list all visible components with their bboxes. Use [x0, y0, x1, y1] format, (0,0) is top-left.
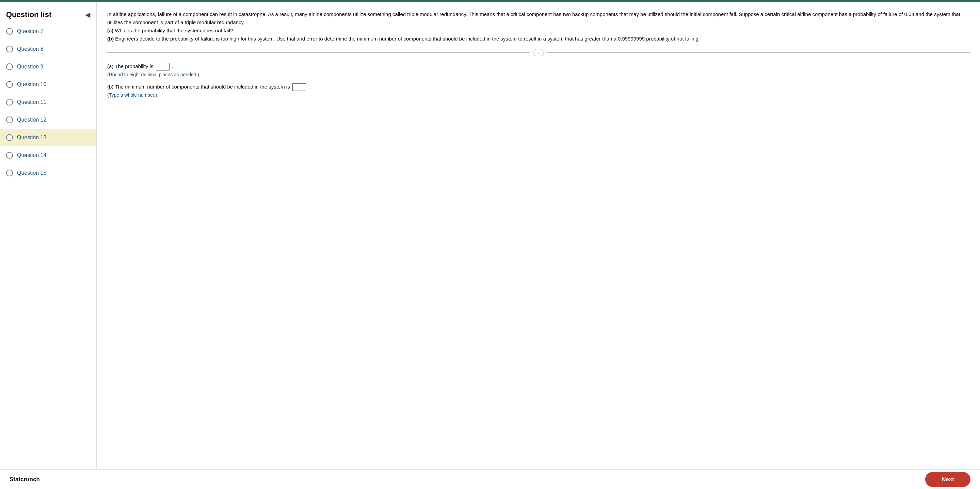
radio-circle-7: [6, 28, 13, 35]
intro-text: In airline applications, failure of a co…: [107, 11, 960, 25]
radio-circle-14: [6, 152, 13, 159]
divider-container: ...: [107, 49, 970, 56]
divider-line: [107, 53, 530, 53]
radio-circle-9: [6, 63, 13, 70]
sidebar-item-question-15[interactable]: Question 15: [0, 164, 96, 182]
answer-a-prefix: (a) The probability is: [107, 63, 154, 69]
sidebar-item-question-7[interactable]: Question 7: [0, 22, 96, 40]
question-text: In airline applications, failure of a co…: [107, 10, 970, 43]
main-content: In airline applications, failure of a co…: [97, 2, 980, 469]
sidebar-item-label-14: Question 14: [17, 152, 46, 158]
collapse-icon[interactable]: ◀: [85, 11, 90, 19]
sidebar-header: Question list ◀: [0, 5, 96, 22]
sidebar-title: Question list: [6, 10, 51, 19]
sidebar-item-label-9: Question 9: [17, 64, 43, 70]
sidebar-items: Question 7Question 8Question 9Question 1…: [0, 22, 96, 182]
answer-a-input[interactable]: [156, 63, 170, 70]
next-button[interactable]: Next: [925, 472, 970, 487]
sidebar-item-label-12: Question 12: [17, 117, 46, 123]
sidebar-item-question-12[interactable]: Question 12: [0, 111, 96, 129]
bottom-bar: Statcrunch Next: [0, 469, 980, 489]
sidebar-item-question-11[interactable]: Question 11: [0, 93, 96, 111]
part-a-label: (a): [107, 27, 113, 33]
radio-circle-15: [6, 170, 13, 177]
answer-b-hint: (Type a whole number.): [107, 92, 970, 98]
radio-circle-10: [6, 81, 13, 88]
part-b-text: Engineers decide to the probability of f…: [115, 36, 700, 41]
sidebar-item-question-10[interactable]: Question 10: [0, 76, 96, 93]
sidebar-item-label-10: Question 10: [17, 81, 46, 88]
answer-a-hint: (Round to eight decimal places as needed…: [107, 72, 970, 77]
answer-b-suffix: .: [309, 84, 310, 89]
part-b-label: (b): [107, 36, 114, 41]
sidebar-item-label-8: Question 8: [17, 46, 43, 52]
answer-row-b: (b) The minimum number of components tha…: [107, 83, 970, 98]
sidebar-item-label-11: Question 11: [17, 99, 46, 105]
sidebar-item-label-7: Question 7: [17, 28, 43, 34]
sidebar-item-question-8[interactable]: Question 8: [0, 40, 96, 58]
radio-circle-8: [6, 46, 13, 53]
sidebar-item-label-15: Question 15: [17, 170, 46, 176]
divider-line-right: [547, 53, 970, 53]
app-layout: Question list ◀ Question 7Question 8Ques…: [0, 2, 980, 469]
answer-row-a: (a) The probability is . (Round to eight…: [107, 63, 970, 77]
sidebar-item-question-14[interactable]: Question 14: [0, 147, 96, 164]
divider-dots: ...: [533, 49, 544, 56]
answer-a-suffix: .: [172, 63, 173, 69]
radio-circle-12: [6, 116, 13, 123]
sidebar-item-label-13: Question 13: [17, 134, 46, 141]
part-a-text: What is the probability that the system …: [115, 27, 233, 33]
sidebar: Question list ◀ Question 7Question 8Ques…: [0, 2, 97, 469]
statcrunch-label: Statcrunch: [10, 476, 40, 483]
sidebar-item-question-13[interactable]: Question 13: [0, 129, 96, 147]
sidebar-item-question-9[interactable]: Question 9: [0, 58, 96, 76]
radio-circle-11: [6, 99, 13, 105]
answer-b-input[interactable]: [293, 83, 306, 91]
answer-b-prefix: (b) The minimum number of components tha…: [107, 84, 290, 89]
radio-circle-13: [6, 134, 13, 141]
